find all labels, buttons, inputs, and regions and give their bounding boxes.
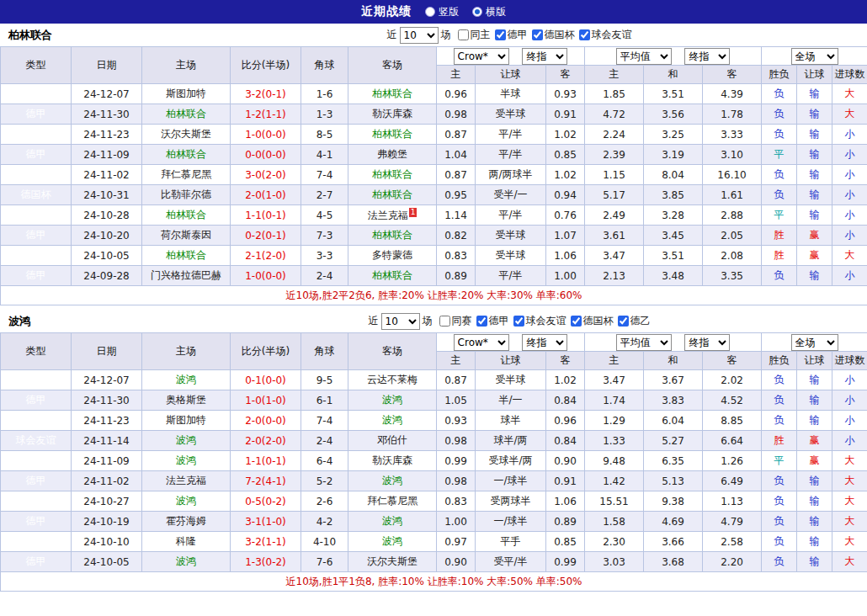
scope-select[interactable]: 全场	[791, 334, 838, 351]
handicap-outcome: 输	[797, 104, 832, 125]
home-team: 奥格斯堡	[166, 394, 206, 406]
col-header-handicap: 让球	[476, 352, 546, 370]
match-date: 24-10-20	[72, 226, 142, 246]
league-filter-德国杯[interactable]: 德国杯	[532, 28, 575, 42]
col-header-handicap: 让球	[476, 66, 546, 84]
asian-home-odds: 0.82	[437, 226, 476, 246]
asian-odds-source-select[interactable]: Crow*	[454, 334, 509, 351]
asian-away-odds: 0.91	[546, 471, 585, 491]
match-outcome: 负	[762, 165, 797, 185]
euro-odds-source-select[interactable]: 平均值	[616, 48, 672, 65]
league-filter-德甲[interactable]: 德甲	[495, 28, 528, 42]
league-type-cell: 球会友谊	[1, 431, 72, 451]
checkbox-input[interactable]	[439, 316, 450, 327]
euro-home-odds: 1.74	[585, 390, 644, 411]
euro-odds-type-select[interactable]: 终指	[684, 48, 730, 65]
asian-away-odds: 1.00	[546, 266, 585, 286]
euro-away-odds: 3.10	[703, 145, 762, 165]
checkbox-input[interactable]	[579, 29, 590, 40]
corner-score: 4-1	[301, 145, 348, 165]
league-filter-同赛[interactable]: 同赛	[439, 314, 472, 328]
match-date: 24-10-05	[72, 246, 142, 266]
league-filter-球会友谊[interactable]: 球会友谊	[513, 314, 566, 328]
league-filter-球会友谊[interactable]: 球会友谊	[579, 28, 632, 42]
league-filter-同主[interactable]: 同主	[458, 28, 491, 42]
view-option-vertical[interactable]: 竖版	[425, 5, 459, 19]
goals-outcome: 小	[832, 145, 867, 165]
checkbox-input[interactable]	[495, 29, 506, 40]
euro-away-odds: 3.33	[703, 125, 762, 145]
checkbox-input[interactable]	[532, 29, 543, 40]
checkbox-input[interactable]	[513, 316, 524, 327]
asian-odds-source-select[interactable]: Crow*	[454, 48, 509, 65]
col-header-euro-home: 主	[585, 352, 644, 370]
score: 1-1(0-1)	[231, 451, 301, 471]
col-header-asian-away: 客	[546, 66, 585, 84]
col-header-home: 主场	[142, 47, 231, 84]
match-outcome: 平	[762, 145, 797, 165]
euro-home-odds: 3.47	[585, 370, 644, 390]
league-type-cell: 德甲	[1, 491, 72, 512]
team-section-bochum: 波鸿 近 10 场 同赛德甲球会友谊德国杯德乙 类型 日期 主场 比分(半场) …	[0, 310, 867, 592]
match-outcome: 负	[762, 390, 797, 411]
goals-outcome: 大	[832, 512, 867, 532]
asian-home-odds: 0.87	[437, 125, 476, 145]
asian-home-odds: 1.00	[437, 512, 476, 532]
home-team-cell: 比勒菲尔德	[142, 185, 231, 205]
league-filter-德甲[interactable]: 德甲	[476, 314, 509, 328]
view-option-horizontal[interactable]: 横版	[472, 5, 506, 19]
games-count-select[interactable]: 10	[400, 27, 439, 44]
handicap-line: 两/两球半	[476, 165, 546, 185]
asian-odds-type-select[interactable]: 终指	[522, 48, 567, 65]
home-team-cell: 波鸿	[142, 491, 231, 512]
scope-select[interactable]: 全场	[791, 48, 838, 65]
away-team-cell: 柏林联合	[348, 266, 437, 286]
radio-vertical-icon[interactable]	[425, 7, 435, 17]
euro-home-odds: 2.49	[585, 205, 644, 226]
euro-away-odds: 2.58	[703, 532, 762, 552]
handicap-line: 平/半	[476, 205, 546, 226]
euro-home-odds: 3.03	[585, 552, 644, 572]
euro-draw-odds: 3.68	[644, 552, 703, 572]
home-team: 斯图加特	[166, 88, 206, 99]
league-filter-德国杯[interactable]: 德国杯	[571, 314, 614, 328]
euro-draw-odds: 3.19	[644, 145, 703, 165]
away-team: 柏林联合	[372, 229, 412, 241]
checkbox-input[interactable]	[458, 29, 469, 40]
col-header-outcome: 胜负	[762, 66, 797, 84]
match-date: 24-10-31	[72, 185, 142, 205]
score: 3-2(1-1)	[231, 532, 301, 552]
handicap-line: 受半球	[476, 226, 546, 246]
match-date: 24-10-27	[72, 491, 142, 512]
checkbox-input[interactable]	[571, 316, 582, 327]
euro-away-odds: 2.05	[703, 226, 762, 246]
euro-odds-type-select[interactable]: 终指	[684, 334, 730, 351]
games-count-select[interactable]: 10	[381, 313, 420, 330]
handicap-outcome: 输	[797, 125, 832, 145]
handicap-outcome: 输	[797, 266, 832, 286]
asian-away-odds: 1.06	[546, 491, 585, 512]
checkbox-input[interactable]	[618, 316, 629, 327]
euro-draw-odds: 8.04	[644, 165, 703, 185]
checkbox-input[interactable]	[476, 316, 487, 327]
euro-odds-source-select[interactable]: 平均值	[616, 334, 672, 351]
home-team: 法兰克福	[166, 475, 206, 486]
match-date: 24-09-28	[72, 266, 142, 286]
matches-body: 德甲 24-12-07 斯图加特 3-2(0-1) 1-6 柏林联合 0.96 …	[1, 84, 867, 286]
away-team: 弗赖堡	[377, 148, 407, 160]
score: 3-1(1-0)	[231, 512, 301, 532]
radio-horizontal-icon[interactable]	[472, 7, 482, 17]
euro-draw-odds: 3.85	[644, 185, 703, 205]
league-filter-德乙[interactable]: 德乙	[618, 314, 651, 328]
euro-away-odds: 16.10	[703, 165, 762, 185]
euro-draw-odds: 3.56	[644, 104, 703, 125]
goals-outcome: 小	[832, 125, 867, 145]
asian-odds-type-select[interactable]: 终指	[522, 334, 567, 351]
match-row: 德甲 24-10-27 波鸿 0-5(0-2) 2-6 拜仁慕尼黑 0.83 受…	[1, 491, 867, 512]
league-type-cell: 德甲	[1, 165, 72, 185]
handicap-outcome: 输	[797, 411, 832, 431]
match-date: 24-10-10	[72, 532, 142, 552]
euro-away-odds: 2.88	[703, 205, 762, 226]
near-label: 近	[369, 314, 379, 328]
away-team-cell: 勒沃库森	[348, 451, 437, 471]
